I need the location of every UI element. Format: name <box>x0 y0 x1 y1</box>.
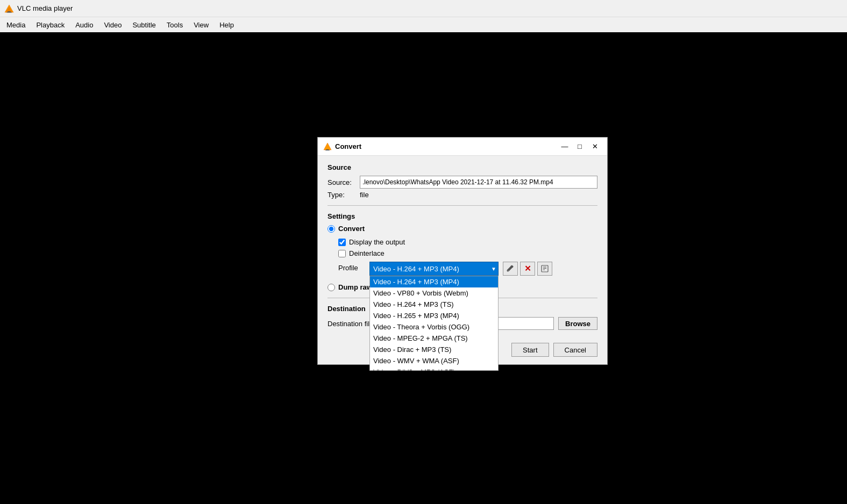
profile-select-container: Video - H.264 + MP3 (MP4) ▼ Video - H.26… <box>369 262 499 276</box>
dialog-title: Convert <box>335 142 558 150</box>
vlc-icon <box>4 4 14 13</box>
deinterlace-row: Deinterlace <box>338 249 597 257</box>
profile-select[interactable]: Video - H.264 + MP3 (MP4) <box>369 262 499 276</box>
app-title: VLC media player <box>17 4 73 12</box>
settings-section-label: Settings <box>328 212 597 220</box>
dialog-titlebar: Convert — □ ✕ <box>318 138 607 156</box>
menu-video[interactable]: Video <box>99 20 126 30</box>
type-value: file <box>360 191 369 199</box>
display-output-checkbox[interactable] <box>338 239 346 246</box>
menu-tools[interactable]: Tools <box>162 20 187 30</box>
menubar: Media Playback Audio Video Subtitle Tool… <box>0 17 847 32</box>
convert-radio-row: Convert <box>328 225 597 233</box>
convert-label: Convert <box>338 225 365 233</box>
menu-view[interactable]: View <box>189 20 213 30</box>
start-button[interactable]: Start <box>511 343 549 357</box>
menu-help[interactable]: Help <box>215 20 238 30</box>
profile-controls: Video - H.264 + MP3 (MP4) ▼ Video - H.26… <box>369 262 597 276</box>
divider-1 <box>328 205 597 206</box>
source-label: Source: <box>328 178 360 186</box>
new-profile-button[interactable] <box>537 262 552 276</box>
minimize-button[interactable]: — <box>558 141 572 153</box>
titlebar: VLC media player <box>0 0 847 17</box>
wrench-icon <box>507 265 514 272</box>
display-output-label: Display the output <box>349 238 405 246</box>
profile-option-2[interactable]: Video - H.264 + MP3 (TS) <box>370 299 498 310</box>
profile-label: Profile <box>338 262 365 272</box>
convert-radio[interactable] <box>328 225 335 233</box>
edit-profile-button[interactable] <box>503 262 518 276</box>
menu-media[interactable]: Media <box>2 20 30 30</box>
dialog-body: Source Source: Type: file Settings Conve… <box>318 156 607 337</box>
profile-option-0[interactable]: Video - H.264 + MP3 (MP4) <box>370 276 498 287</box>
new-profile-icon <box>541 265 549 272</box>
svg-rect-3 <box>6 12 12 12</box>
type-label: Type: <box>328 191 360 199</box>
dump-radio[interactable] <box>328 284 335 291</box>
delete-icon: ✕ <box>524 264 531 273</box>
delete-profile-button[interactable]: ✕ <box>520 262 535 276</box>
browse-button[interactable]: Browse <box>558 317 597 330</box>
menu-subtitle[interactable]: Subtitle <box>128 20 160 30</box>
profile-dropdown-list: Video - H.264 + MP3 (MP4) Video - VP80 +… <box>369 276 499 371</box>
maximize-button[interactable]: □ <box>573 141 587 153</box>
profile-option-4[interactable]: Video - Theora + Vorbis (OGG) <box>370 321 498 333</box>
profile-option-3[interactable]: Video - H.265 + MP3 (MP4) <box>370 310 498 321</box>
menu-playback[interactable]: Playback <box>32 20 69 30</box>
profile-selected-text: Video - H.264 + MP3 (MP4) <box>373 265 459 273</box>
profile-right: Video - H.264 + MP3 (MP4) ▼ Video - H.26… <box>369 262 597 276</box>
source-input[interactable] <box>360 176 597 189</box>
convert-dialog: Convert — □ ✕ Source Source: Type: file <box>317 137 608 365</box>
destination-file-label: Destination file: <box>328 320 376 328</box>
profile-option-5[interactable]: Video - MPEG-2 + MPGA (TS) <box>370 333 498 344</box>
svg-rect-6 <box>325 150 330 150</box>
type-row: Type: file <box>328 191 597 199</box>
main-area: Convert — □ ✕ Source Source: Type: file <box>0 32 847 504</box>
profile-row: Profile Video - H.264 + MP3 (MP4) ▼ <box>338 262 597 276</box>
display-output-row: Display the output <box>338 238 597 246</box>
svg-point-7 <box>508 270 509 271</box>
source-section-label: Source <box>328 163 597 171</box>
close-button[interactable]: ✕ <box>588 141 602 153</box>
profile-option-1[interactable]: Video - VP80 + Vorbis (Webm) <box>370 287 498 299</box>
profile-option-8[interactable]: Video - DIV3 + MP3 (ASF) <box>370 366 498 370</box>
dialog-controls: — □ ✕ <box>558 141 602 153</box>
svg-marker-4 <box>324 143 331 150</box>
profile-option-6[interactable]: Video - Dirac + MP3 (TS) <box>370 344 498 355</box>
deinterlace-checkbox[interactable] <box>338 250 346 257</box>
dialog-overlay: Convert — □ ✕ Source Source: Type: file <box>0 32 847 504</box>
profile-dropdown-inner[interactable]: Video - H.264 + MP3 (MP4) Video - VP80 +… <box>370 276 498 370</box>
source-row: Source: <box>328 176 597 189</box>
cancel-button[interactable]: Cancel <box>553 343 597 357</box>
dialog-vlc-icon <box>323 142 332 151</box>
menu-audio[interactable]: Audio <box>71 20 97 30</box>
profile-option-7[interactable]: Video - WMV + WMA (ASF) <box>370 355 498 366</box>
deinterlace-label: Deinterlace <box>349 249 385 257</box>
